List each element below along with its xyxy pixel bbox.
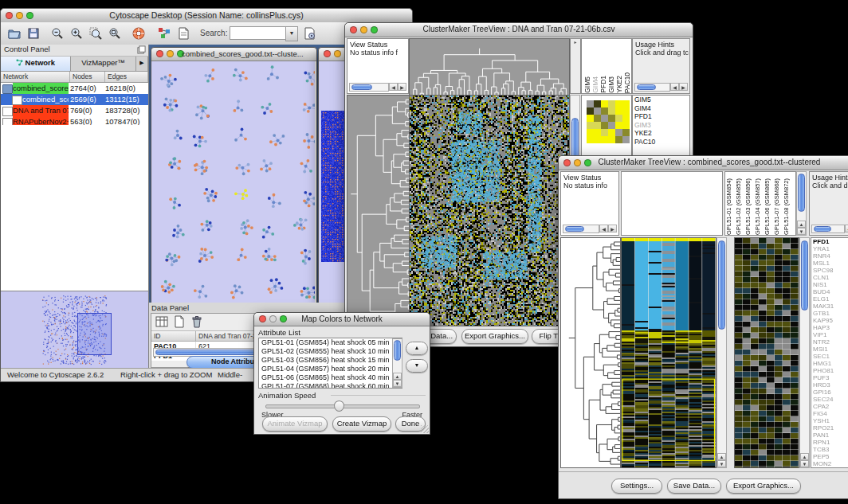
- attribute-item[interactable]: GPL51-07 (GSM868) heat shock 60 min: [259, 382, 402, 389]
- gene-label[interactable]: HAP3: [811, 324, 848, 331]
- matrix-cell[interactable]: [608, 107, 615, 115]
- gene-label[interactable]: SEC1: [811, 353, 848, 360]
- zoom-selected-icon[interactable]: [88, 26, 103, 41]
- gene-label[interactable]: HRD3: [811, 381, 848, 389]
- gene-label[interactable]: MON2: [811, 460, 848, 467]
- matrix-cell[interactable]: [622, 100, 630, 107]
- open-file-icon[interactable]: [7, 26, 22, 41]
- gene-label[interactable]: RNR4: [811, 252, 848, 260]
- scroll-right-icon[interactable]: ▶: [398, 83, 406, 91]
- annotation-icon[interactable]: [176, 26, 190, 41]
- column-label[interactable]: GPL51-02 (GSM855): [735, 178, 744, 235]
- matrix-cell[interactable]: [594, 122, 601, 129]
- tab-vizmapper[interactable]: VizMapper™: [71, 57, 136, 71]
- move-down-button[interactable]: ▼: [406, 359, 428, 373]
- gene-label[interactable]: PHO81: [811, 367, 848, 374]
- scroll-down-icon[interactable]: ▼: [797, 228, 806, 235]
- treeview1-titlebar[interactable]: ClusterMaker TreeView : DNA and Tran 07-…: [345, 23, 693, 37]
- close-icon[interactable]: [324, 50, 331, 57]
- matrix-cell[interactable]: [601, 122, 608, 129]
- matrix-cell[interactable]: [587, 129, 594, 136]
- resize-grip[interactable]: [421, 425, 429, 433]
- zoom-fit-icon[interactable]: [108, 26, 122, 41]
- gene-label[interactable]: RPO21: [811, 424, 848, 432]
- attribute-item[interactable]: GPL51-02 (GSM855) heat shock 10 min: [259, 347, 402, 356]
- matrix-cell[interactable]: [608, 122, 615, 129]
- matrix-cell[interactable]: [615, 115, 622, 122]
- zoom-in-icon[interactable]: [69, 26, 84, 41]
- matrix-cell[interactable]: [601, 129, 608, 136]
- scroll-right-icon[interactable]: ▶: [608, 225, 617, 232]
- gene-label[interactable]: MAK31: [811, 303, 848, 310]
- gene-label[interactable]: GIM4: [633, 104, 689, 113]
- matrix-cell[interactable]: [608, 136, 615, 143]
- scroll-up-icon[interactable]: ▲: [797, 221, 806, 228]
- heatmap-canvas[interactable]: [409, 95, 570, 326]
- column-label[interactable]: GPL51-07 (GSM868): [773, 178, 783, 235]
- matrix-cell[interactable]: [608, 115, 615, 122]
- column-edges[interactable]: Edges: [105, 72, 148, 82]
- column-network[interactable]: Network: [1, 72, 70, 82]
- column-label[interactable]: GPL51-06 (GSM865): [764, 178, 773, 235]
- column-label[interactable]: GPL51-08 (GSM872): [783, 178, 792, 235]
- heatmap-canvas[interactable]: [621, 237, 716, 468]
- gene-label[interactable]: NTR2: [811, 338, 848, 346]
- matrix-cell[interactable]: [608, 100, 615, 107]
- matrix-cell[interactable]: [615, 136, 622, 143]
- column-label[interactable]: GPL51-03 (GSM856): [744, 178, 754, 235]
- matrix-cell[interactable]: [594, 100, 601, 107]
- column-label[interactable]: GPL51-01 (GSM854): [725, 178, 735, 235]
- settings-button[interactable]: Settings...: [611, 479, 662, 494]
- network-list-row[interactable]: combined_scores2764(0)16218(0): [1, 83, 148, 94]
- move-up-button[interactable]: ▲: [406, 342, 428, 355]
- column-labels-vscrollbar[interactable]: ▲▼: [796, 171, 807, 236]
- matrix-cell[interactable]: [615, 107, 622, 115]
- scroll-down-icon[interactable]: ▼: [800, 460, 809, 467]
- view-status-scrollbar[interactable]: ◀ ▶: [349, 83, 406, 92]
- matrix-cell[interactable]: [622, 122, 630, 129]
- scroll-left-icon[interactable]: ◀: [389, 83, 398, 91]
- network-canvas[interactable]: [151, 61, 315, 303]
- attribute-item[interactable]: GPL51-06 (GSM865) heat shock 40 min: [259, 373, 402, 382]
- column-label[interactable]: GPL51-04 (GSM857): [754, 178, 764, 235]
- gene-label[interactable]: VIP1: [811, 331, 848, 338]
- network-list-empty-area[interactable]: [1, 125, 148, 291]
- column-label[interactable]: PAC10: [623, 72, 631, 93]
- attribute-list-vscrollbar[interactable]: ▲▼: [392, 338, 402, 388]
- scroll-down-icon[interactable]: ▼: [393, 380, 402, 387]
- tab-network[interactable]: Network: [1, 57, 71, 71]
- network-overview-panel[interactable]: [1, 291, 148, 369]
- scroll-down-icon[interactable]: ▼: [717, 460, 726, 467]
- gene-label[interactable]: PEP5: [811, 453, 848, 460]
- search-input[interactable]: [230, 26, 287, 40]
- gene-label[interactable]: CPA2: [811, 403, 848, 410]
- create-vizmap-button[interactable]: Create Vizmap: [332, 416, 391, 432]
- gene-label[interactable]: GTB1: [811, 310, 848, 317]
- scroll-up-icon[interactable]: ▲: [717, 453, 726, 460]
- attribute-table-icon[interactable]: [155, 315, 168, 328]
- save-icon[interactable]: [26, 26, 41, 41]
- matrix-cell[interactable]: [587, 107, 594, 115]
- gene-label[interactable]: HMG1: [811, 360, 848, 367]
- new-attribute-icon[interactable]: [173, 315, 186, 328]
- matrix-cell[interactable]: [587, 115, 594, 122]
- gene-label[interactable]: NIS1: [811, 281, 848, 288]
- treeview2-titlebar[interactable]: ClusterMaker TreeView : combined_scores_…: [559, 156, 848, 170]
- gene-label[interactable]: MSL1: [811, 260, 848, 267]
- matrix-cell[interactable]: [601, 107, 608, 115]
- gene-label[interactable]: MSI1: [811, 346, 848, 353]
- main-titlebar[interactable]: Cytoscape Desktop (Session Name: collins…: [1, 9, 412, 23]
- network-list-row[interactable]: DNA and Tran 07769(0)183728(0): [1, 105, 148, 116]
- scroll-right-icon[interactable]: ▶: [679, 83, 688, 91]
- zoom-heatmap-canvas[interactable]: [734, 237, 799, 468]
- gene-label[interactable]: SEC24: [811, 396, 848, 403]
- zoom-vscrollbar[interactable]: ▲▼: [799, 237, 810, 468]
- column-dendrogram-area[interactable]: [621, 171, 723, 236]
- scroll-left-icon[interactable]: ◀: [845, 225, 848, 232]
- gene-label[interactable]: ELG1: [811, 295, 848, 303]
- matrix-cell[interactable]: [587, 136, 594, 143]
- row-dendrogram-canvas[interactable]: [347, 95, 410, 326]
- matrix-cell[interactable]: [615, 122, 622, 129]
- float-panel-icon[interactable]: [137, 45, 146, 54]
- help-lifering-icon[interactable]: [132, 26, 146, 41]
